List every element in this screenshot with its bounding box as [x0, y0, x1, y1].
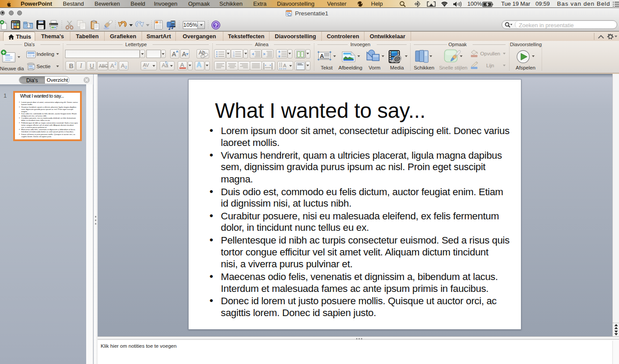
svg-text:A: A	[320, 53, 324, 59]
svg-text:3: 3	[233, 55, 234, 57]
svg-text:A: A	[283, 63, 287, 68]
svg-text:?: ?	[214, 22, 218, 29]
